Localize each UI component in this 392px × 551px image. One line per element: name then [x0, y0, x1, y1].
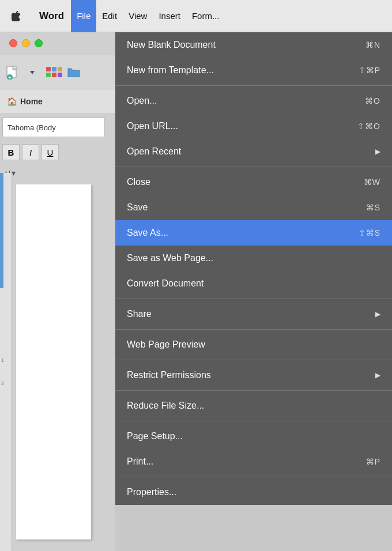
divider-3 [115, 299, 392, 299]
convert-label: Convert Document [127, 278, 203, 289]
maximize-button[interactable] [35, 39, 43, 47]
home-icon: 🏠 [7, 97, 17, 106]
new-template-shortcut: ⇧⌘P [359, 66, 380, 75]
document-page [16, 184, 91, 539]
menu-item-web-preview[interactable]: Web Page Preview [115, 332, 392, 357]
open-shortcut: ⌘O [365, 96, 380, 105]
home-tab-label: Home [20, 97, 43, 106]
menu-item-reduce[interactable]: Reduce File Size... [115, 393, 392, 418]
dropdown-arrow-icon[interactable] [24, 65, 40, 81]
svg-text:+: + [8, 74, 12, 80]
print-shortcut: ⌘P [366, 457, 380, 466]
divider-6 [115, 390, 392, 391]
save-as-label: Save As... [127, 228, 168, 238]
font-value: Tahoma (Body [7, 123, 56, 132]
new-blank-label: New Blank Document [127, 40, 216, 50]
print-label: Print... [127, 456, 153, 467]
minimize-button[interactable] [22, 39, 30, 47]
close-button[interactable] [9, 39, 17, 47]
menu-item-convert[interactable]: Convert Document [115, 271, 392, 296]
divider-1 [115, 85, 392, 86]
open-url-label: Open URL... [127, 121, 178, 131]
menu-item-save[interactable]: Save ⌘S [115, 195, 392, 220]
save-label: Save [127, 202, 148, 213]
divider-2 [115, 167, 392, 167]
new-document-icon[interactable]: + [5, 65, 21, 81]
share-arrow: ▶ [375, 310, 380, 318]
font-selector[interactable]: Tahoma (Body [2, 118, 105, 137]
close-label: Close [127, 177, 150, 187]
save-as-shortcut: ⇧⌘S [359, 228, 380, 237]
new-template-label: New from Template... [127, 65, 214, 76]
menu-insert[interactable]: Insert [153, 0, 186, 32]
open-recent-label: Open Recent [127, 146, 181, 157]
menu-item-share[interactable]: Share ▶ [115, 301, 392, 327]
open-document-icon[interactable] [66, 65, 82, 81]
ruler-marks: 1 2 [1, 357, 10, 386]
close-shortcut: ⌘W [364, 178, 380, 187]
window-controls [9, 39, 43, 47]
menu-item-page-setup[interactable]: Page Setup... [115, 424, 392, 449]
reduce-label: Reduce File Size... [127, 401, 204, 411]
italic-button[interactable]: I [22, 144, 39, 160]
apple-menu[interactable] [0, 11, 32, 21]
menu-item-save-web[interactable]: Save as Web Page... [115, 246, 392, 271]
ribbon-home-tab[interactable]: 🏠 Home [0, 90, 115, 113]
menu-item-save-as[interactable]: Save As... ⇧⌘S [115, 220, 392, 246]
menu-bar: Word File Edit View Insert Form... [0, 0, 392, 32]
menu-item-print[interactable]: Print... ⌘P [115, 449, 392, 474]
menu-item-new-template[interactable]: New from Template... ⇧⌘P [115, 58, 392, 83]
divider-7 [115, 421, 392, 421]
menu-item-open-recent[interactable]: Open Recent ▶ [115, 139, 392, 164]
file-menu-dropdown: New Blank Document ⌘N New from Template.… [115, 32, 392, 505]
bold-button[interactable]: B [2, 144, 20, 160]
divider-5 [115, 360, 392, 360]
save-shortcut: ⌘S [366, 203, 380, 212]
restrict-label: Restrict Permissions [127, 370, 211, 380]
new-blank-shortcut: ⌘N [365, 40, 380, 50]
app-name: Word [32, 10, 71, 22]
share-label: Share [127, 309, 152, 319]
menu-format[interactable]: Form... [186, 0, 225, 32]
save-web-label: Save as Web Page... [127, 253, 213, 263]
menu-view[interactable]: View [123, 0, 153, 32]
menu-item-open[interactable]: Open... ⌘O [115, 88, 392, 114]
menu-item-restrict[interactable]: Restrict Permissions ▶ [115, 363, 392, 388]
format-buttons: B I U [2, 144, 59, 160]
open-recent-arrow: ▶ [375, 148, 380, 156]
menu-item-new-blank[interactable]: New Blank Document ⌘N [115, 32, 392, 58]
underline-button[interactable]: U [42, 144, 59, 160]
web-preview-label: Web Page Preview [127, 339, 205, 350]
open-label: Open... [127, 96, 157, 106]
divider-4 [115, 329, 392, 330]
grid-view-icon[interactable] [44, 65, 62, 81]
menu-item-open-url[interactable]: Open URL... ⇧⌘O [115, 114, 392, 139]
open-url-shortcut: ⇧⌘O [357, 122, 380, 131]
restrict-arrow: ▶ [375, 371, 380, 379]
menu-edit[interactable]: Edit [96, 0, 123, 32]
properties-label: Properties... [127, 487, 176, 497]
menu-file[interactable]: File [71, 0, 96, 32]
menu-item-close[interactable]: Close ⌘W [115, 169, 392, 195]
toolbar: + [0, 55, 115, 90]
divider-8 [115, 477, 392, 477]
ruler-highlight [0, 173, 3, 288]
menu-item-properties[interactable]: Properties... [115, 480, 392, 505]
page-setup-label: Page Setup... [127, 431, 183, 441]
